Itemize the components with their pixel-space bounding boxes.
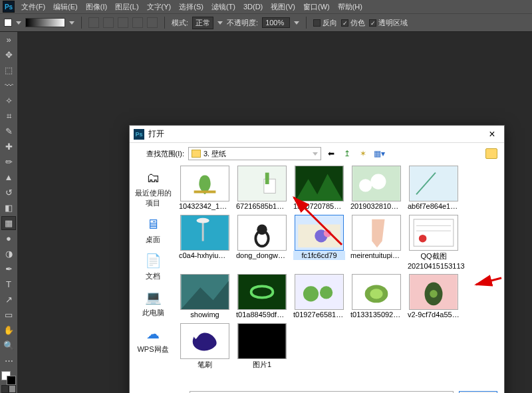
chevron-down-icon bbox=[313, 152, 318, 156]
file-item[interactable]: c0a4-hxhyium9… bbox=[179, 215, 231, 270]
tool-marquee[interactable]: ⬚ bbox=[1, 63, 16, 77]
mode-label: 模式: bbox=[172, 18, 188, 28]
tool-pen[interactable]: ✒ bbox=[1, 262, 16, 276]
tool-blur[interactable]: ● bbox=[1, 231, 16, 245]
tool-zoom[interactable]: 🔍 bbox=[1, 338, 16, 352]
file-item[interactable]: 20190328101255… bbox=[350, 166, 402, 211]
opacity-chevron-icon[interactable] bbox=[294, 21, 299, 25]
pc-icon: 💻 bbox=[143, 288, 163, 307]
file-item[interactable]: t01927e65817f… bbox=[293, 274, 345, 319]
up-icon[interactable]: ↥ bbox=[341, 148, 353, 160]
expand-icon[interactable]: » bbox=[1, 33, 16, 47]
file-item[interactable]: meirentuitupia… bbox=[350, 215, 402, 270]
menu-filter[interactable]: 滤镜(T) bbox=[207, 1, 239, 13]
gradient-diamond-icon[interactable] bbox=[147, 17, 158, 28]
file-list[interactable]: 10432342_130… 67216585b1e5… 15407207854…… bbox=[176, 163, 504, 389]
tool-crop[interactable]: ⌗ bbox=[1, 109, 16, 123]
tool-type[interactable]: T bbox=[1, 277, 16, 291]
tool-eyedropper[interactable]: ✎ bbox=[1, 124, 16, 138]
gradient-angle-icon[interactable] bbox=[118, 17, 128, 28]
gradient-tool-chevron-icon[interactable] bbox=[16, 21, 21, 25]
menu-select[interactable]: 选择(S) bbox=[175, 1, 207, 13]
places-bar: 🗂最近使用的项目 🖥桌面 📄文档 💻此电脑 ☁WPS网盘 bbox=[130, 163, 176, 389]
file-item-selected[interactable]: fc1fc6cd79 bbox=[293, 215, 345, 270]
tool-more[interactable]: ⋯ bbox=[1, 354, 16, 368]
place-documents[interactable]: 📄文档 bbox=[133, 251, 173, 281]
svg-point-6 bbox=[359, 179, 372, 192]
svg-point-15 bbox=[257, 224, 267, 234]
menu-3d[interactable]: 3D(D) bbox=[239, 1, 267, 12]
place-thispc[interactable]: 💻此电脑 bbox=[133, 288, 173, 318]
menu-view[interactable]: 视图(V) bbox=[267, 1, 299, 13]
view-menu-icon[interactable]: ▦▾ bbox=[373, 148, 385, 160]
mode-select[interactable]: 正常 bbox=[192, 17, 213, 29]
menu-image[interactable]: 图像(I) bbox=[82, 1, 111, 13]
place-recent[interactable]: 🗂最近使用的项目 bbox=[133, 168, 173, 208]
mode-chevron-icon[interactable] bbox=[217, 21, 223, 25]
folder-icon bbox=[192, 150, 201, 158]
opacity-field[interactable]: 100% bbox=[262, 17, 290, 28]
dialog-title: 打开 bbox=[148, 128, 484, 140]
tool-stamp[interactable]: ▲ bbox=[1, 170, 16, 184]
file-item[interactable]: 10432342_130… bbox=[179, 166, 231, 211]
options-bar: 模式: 正常 不透明度: 100% 反向 仿色 透明区域 bbox=[0, 13, 532, 32]
gradient-linear-icon[interactable] bbox=[88, 17, 99, 28]
tool-wand[interactable]: ✧ bbox=[1, 94, 16, 108]
divider bbox=[164, 17, 165, 29]
tool-heal[interactable]: ✚ bbox=[1, 140, 16, 154]
svg-point-19 bbox=[324, 229, 332, 237]
menu-layer[interactable]: 图层(L) bbox=[111, 1, 142, 13]
svg-point-29 bbox=[303, 286, 319, 301]
file-item[interactable]: t01a88459df4e… bbox=[236, 274, 288, 319]
file-item[interactable]: 笔刷 bbox=[179, 323, 231, 370]
tool-path[interactable]: ↗ bbox=[1, 293, 16, 307]
camera-icon[interactable] bbox=[485, 148, 497, 159]
documents-icon: 📄 bbox=[143, 251, 163, 270]
close-icon[interactable]: × bbox=[484, 128, 500, 140]
tool-lasso[interactable]: 〰 bbox=[1, 78, 16, 92]
tool-dodge[interactable]: ◑ bbox=[1, 247, 16, 261]
tool-gradient[interactable]: ▦ bbox=[1, 216, 16, 230]
svg-rect-28 bbox=[295, 275, 342, 309]
gradient-tool-icon[interactable] bbox=[4, 19, 12, 27]
svg-point-30 bbox=[320, 286, 332, 299]
menu-edit[interactable]: 编辑(E) bbox=[49, 1, 82, 13]
file-item[interactable]: 67216585b1e5… bbox=[236, 166, 288, 211]
tool-move[interactable]: ✥ bbox=[1, 48, 16, 62]
tool-eraser[interactable]: ◧ bbox=[1, 201, 16, 215]
divider bbox=[81, 17, 82, 29]
dither-checkbox[interactable]: 仿色 bbox=[341, 18, 365, 28]
file-item[interactable]: dong_dongwu… bbox=[236, 215, 288, 270]
new-folder-icon[interactable]: ✶ bbox=[357, 148, 369, 160]
quick-mask[interactable] bbox=[1, 385, 16, 393]
gradient-preview[interactable] bbox=[25, 18, 65, 27]
fg-bg-swatch[interactable] bbox=[1, 371, 16, 385]
ps-logo: Ps bbox=[3, 1, 15, 13]
place-wps[interactable]: ☁WPS网盘 bbox=[133, 325, 173, 354]
lookin-combo[interactable]: 3. 壁纸 bbox=[188, 147, 321, 160]
menu-file[interactable]: 文件(F) bbox=[17, 1, 49, 13]
tool-history[interactable]: ↺ bbox=[1, 186, 16, 199]
file-item[interactable]: showimg bbox=[179, 274, 231, 319]
file-item[interactable]: v2-9cf7d4a557… bbox=[408, 274, 460, 319]
file-item[interactable]: QQ截图20210415153113 bbox=[408, 215, 460, 270]
back-icon[interactable]: ⬅ bbox=[325, 148, 337, 160]
transparency-checkbox[interactable]: 透明区域 bbox=[369, 18, 408, 28]
file-item[interactable]: 15407207854… bbox=[293, 166, 345, 211]
file-item[interactable]: 图片1 bbox=[236, 323, 288, 370]
svg-rect-3 bbox=[265, 173, 269, 184]
place-desktop[interactable]: 🖥桌面 bbox=[133, 215, 173, 245]
tool-shape[interactable]: ▭ bbox=[1, 308, 16, 322]
menu-help[interactable]: 帮助(H) bbox=[334, 1, 366, 13]
desktop-icon: 🖥 bbox=[143, 215, 163, 233]
gradient-radial-icon[interactable] bbox=[103, 17, 114, 28]
gradient-chevron-icon[interactable] bbox=[69, 21, 74, 25]
file-item[interactable]: ab6f7e864e17… bbox=[408, 166, 460, 211]
reverse-checkbox[interactable]: 反向 bbox=[313, 18, 337, 28]
menu-window[interactable]: 窗口(W) bbox=[299, 1, 334, 13]
tool-hand[interactable]: ✋ bbox=[1, 323, 16, 337]
gradient-reflected-icon[interactable] bbox=[132, 17, 143, 28]
file-item[interactable]: t01331350923… bbox=[350, 274, 402, 319]
menu-type[interactable]: 文字(Y) bbox=[143, 1, 176, 13]
tool-brush[interactable]: ✏ bbox=[1, 155, 16, 169]
